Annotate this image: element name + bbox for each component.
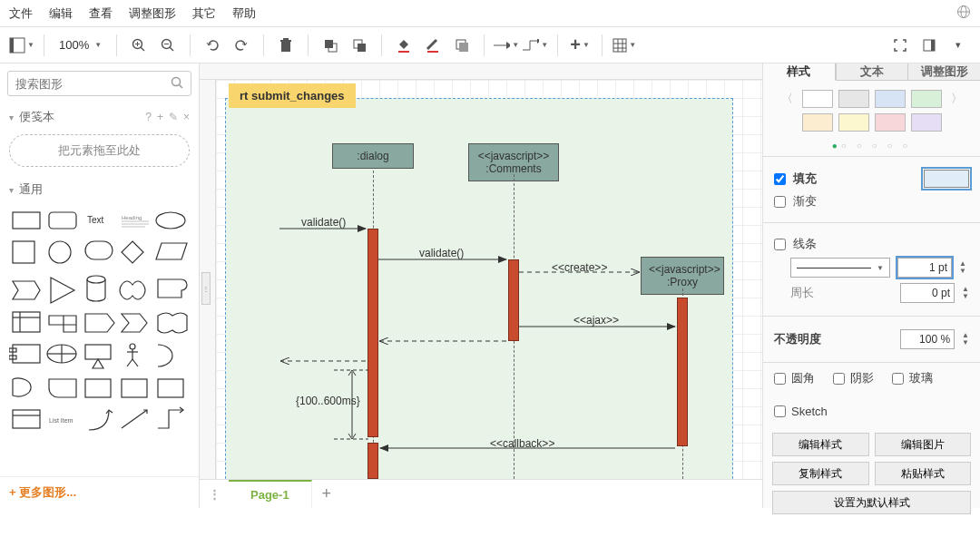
menu-help[interactable]: 帮助: [232, 5, 256, 22]
fill-checkbox[interactable]: [774, 173, 786, 185]
activation-comments[interactable]: [508, 259, 519, 341]
shape-palette-svg[interactable]: Text Heading: [9, 207, 191, 447]
tab-text[interactable]: 文本: [836, 63, 909, 81]
msg-callback[interactable]: <<callback>>: [490, 437, 554, 450]
glass-checkbox[interactable]: [892, 373, 904, 385]
swatch-grey[interactable]: [838, 90, 869, 108]
table-button[interactable]: ▼: [612, 33, 637, 58]
page-add[interactable]: +: [312, 484, 341, 503]
opacity-value[interactable]: 100 %: [900, 329, 955, 349]
swatch-yellow[interactable]: [838, 113, 869, 132]
swatch-pager[interactable]: ●○ ○ ○ ○ ○: [763, 141, 980, 156]
edit-image-button[interactable]: 编辑图片: [875, 433, 972, 456]
toolbar: ▼ 100%▼ ▼ ▼ +▼ ▼ ▾: [0, 27, 980, 63]
scratchpad-dropzone[interactable]: 把元素拖至此处: [9, 134, 190, 167]
line-width-stepper[interactable]: ▲▼: [959, 260, 966, 275]
msg-validate2[interactable]: validate(): [419, 247, 464, 259]
swatch-orange[interactable]: [802, 113, 833, 132]
line-style-select[interactable]: ▼: [790, 258, 890, 278]
svg-rect-41: [13, 241, 34, 263]
opacity-stepper[interactable]: ▲▼: [962, 332, 969, 347]
set-default-style-button[interactable]: 设置为默认样式: [772, 491, 971, 514]
fullscreen-button[interactable]: [887, 33, 913, 58]
gradient-checkbox[interactable]: [774, 196, 786, 208]
scratchpad-header[interactable]: ▾ 便笺本 ? + ✎ ×: [0, 103, 199, 131]
scratchpad-add[interactable]: +: [157, 111, 163, 123]
fill-color-button[interactable]: [391, 33, 416, 58]
swatch-white[interactable]: [802, 90, 833, 108]
zoom-out-button[interactable]: [155, 33, 181, 58]
swatch-prev[interactable]: 〈: [778, 91, 797, 107]
swatch-green[interactable]: [911, 90, 942, 108]
menu-extras[interactable]: 其它: [192, 5, 216, 22]
rounded-checkbox[interactable]: [774, 373, 786, 385]
to-front-button[interactable]: [318, 33, 343, 58]
swatch-next[interactable]: 〉: [947, 91, 966, 107]
svg-rect-60: [85, 379, 111, 397]
paste-style-button[interactable]: 粘贴样式: [875, 462, 972, 485]
activation-dialog[interactable]: [368, 229, 378, 437]
menu-view[interactable]: 查看: [89, 5, 113, 22]
perimeter-value[interactable]: 0 pt: [900, 283, 955, 303]
fill-color[interactable]: [924, 170, 969, 188]
sidebar-collapse-handle[interactable]: ⋮: [201, 272, 211, 305]
tab-style[interactable]: 样式: [763, 63, 836, 81]
menu-edit[interactable]: 编辑: [49, 5, 73, 22]
zoom-in-button[interactable]: [126, 33, 152, 58]
svg-text:List Item: List Item: [49, 417, 74, 424]
diagram: rt submit_changes :dialog <<javascript>>…: [216, 80, 762, 479]
format-tabs: 样式 文本 调整图形: [763, 63, 980, 81]
lifeline-dialog[interactable]: :dialog: [332, 143, 414, 169]
zoom-value: 100%: [59, 38, 89, 52]
msg-ajax[interactable]: <<ajax>>: [573, 314, 619, 327]
svg-line-59: [132, 359, 138, 366]
tab-arrange[interactable]: 调整图形: [908, 63, 980, 81]
connection-button[interactable]: ▼: [494, 33, 519, 58]
canvas-area: rt submit_changes :dialog <<javascript>>…: [200, 63, 762, 508]
search-input[interactable]: [15, 77, 171, 91]
main-area: ▾ 便笺本 ? + ✎ × 把元素拖至此处 ▾ 通用 Text Heading: [0, 63, 980, 508]
perimeter-stepper[interactable]: ▲▼: [962, 286, 969, 300]
canvas[interactable]: rt submit_changes :dialog <<javascript>>…: [216, 80, 762, 479]
search-icon[interactable]: [171, 76, 183, 92]
page-tab-1[interactable]: Page-1: [229, 480, 312, 508]
swatch-blue[interactable]: [875, 90, 906, 108]
sketch-checkbox[interactable]: [774, 405, 786, 417]
msg-create[interactable]: <<create>>: [552, 261, 607, 274]
language-icon[interactable]: [956, 5, 971, 22]
line-color-button[interactable]: [420, 33, 446, 58]
gradient-label: 渐变: [793, 193, 969, 210]
undo-button[interactable]: [200, 33, 225, 58]
menu-file[interactable]: 文件: [9, 5, 33, 22]
waypoint-button[interactable]: ▼: [523, 33, 548, 58]
scratchpad-edit[interactable]: ✎: [169, 111, 178, 123]
edit-style-button[interactable]: 编辑样式: [772, 433, 869, 456]
pages-menu[interactable]: ⋮: [200, 487, 229, 501]
format-panel-button[interactable]: [916, 33, 942, 58]
line-width[interactable]: 1 pt: [897, 258, 952, 278]
copy-style-button[interactable]: 复制样式: [772, 462, 869, 485]
insert-button[interactable]: +▼: [567, 33, 593, 58]
msg-validate1[interactable]: validate(): [301, 216, 346, 229]
redo-button[interactable]: [229, 33, 254, 58]
line-checkbox[interactable]: [774, 239, 786, 250]
swatch-red[interactable]: [875, 113, 906, 132]
scratchpad-help[interactable]: ?: [145, 111, 152, 123]
zoom-select[interactable]: 100%▼: [54, 38, 107, 52]
collapse-button[interactable]: ▾: [946, 33, 971, 58]
shadow-button[interactable]: [449, 33, 475, 58]
frame-title[interactable]: rt submit_changes: [229, 83, 356, 108]
more-shapes-button[interactable]: + 更多图形...: [0, 476, 199, 508]
scratchpad-close[interactable]: ×: [183, 111, 190, 123]
to-back-button[interactable]: [347, 33, 372, 58]
general-shapes-header[interactable]: ▾ 通用: [0, 176, 199, 203]
shadow-checkbox[interactable]: [833, 373, 845, 385]
view-mode-button[interactable]: ▼: [9, 33, 34, 58]
svg-rect-19: [398, 51, 409, 53]
msg-duration[interactable]: {100..600ms}: [296, 395, 360, 407]
swatch-purple[interactable]: [911, 113, 942, 132]
activation-dialog-2[interactable]: [368, 443, 378, 479]
activation-proxy[interactable]: [677, 298, 688, 446]
delete-button[interactable]: [273, 33, 299, 58]
menu-arrange[interactable]: 调整图形: [129, 5, 176, 22]
